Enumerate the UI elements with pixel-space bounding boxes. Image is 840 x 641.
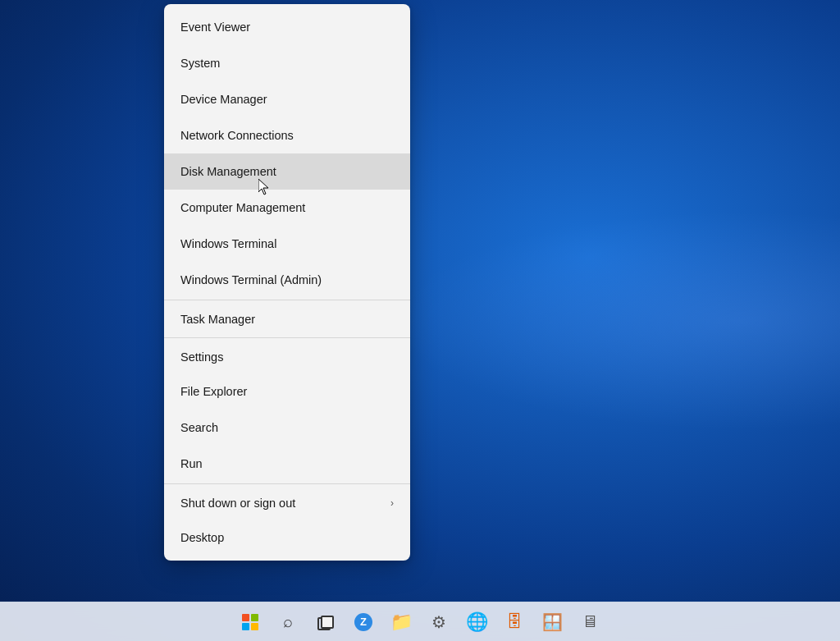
menu-item-label-file-explorer: File Explorer [180, 385, 247, 398]
edge-button[interactable]: 🌐 [459, 604, 495, 640]
task-view-button[interactable] [308, 604, 344, 640]
menu-item-label-network-connections: Network Connections [180, 129, 294, 142]
computer-button[interactable]: 🖥 [572, 604, 608, 640]
menu-item-windows-terminal-admin[interactable]: Windows Terminal (Admin) [164, 262, 410, 298]
file-explorer-button[interactable]: 📁 [383, 604, 419, 640]
edge-icon: 🌐 [466, 611, 488, 633]
gear-icon: ⚙ [431, 612, 446, 632]
task-view-icon [317, 616, 334, 629]
store-icon: 🪟 [542, 612, 563, 632]
menu-item-label-device-manager: Device Manager [180, 93, 267, 106]
store-button[interactable]: 🪟 [534, 604, 570, 640]
menu-item-label-search: Search [180, 421, 218, 434]
start-button[interactable] [232, 604, 268, 640]
menu-item-label-computer-management: Computer Management [180, 201, 305, 214]
menu-item-label-disk-management: Disk Management [180, 165, 276, 178]
zoom-button[interactable]: Z [345, 604, 381, 640]
menu-item-device-manager[interactable]: Device Manager [164, 81, 410, 117]
menu-item-run[interactable]: Run [164, 446, 410, 482]
menu-item-desktop[interactable]: Desktop [164, 520, 410, 556]
search-button[interactable]: ⌕ [270, 604, 306, 640]
menu-item-shut-down[interactable]: Shut down or sign out› [164, 483, 410, 520]
settings-button[interactable]: ⚙ [421, 604, 457, 640]
menu-item-label-task-manager: Task Manager [180, 313, 255, 326]
menu-item-windows-terminal[interactable]: Windows Terminal [164, 226, 410, 262]
menu-item-label-event-viewer: Event Viewer [180, 21, 250, 34]
menu-item-search[interactable]: Search [164, 410, 410, 446]
menu-item-system[interactable]: System [164, 45, 410, 81]
folder-icon: 📁 [390, 611, 413, 633]
menu-item-label-windows-terminal: Windows Terminal [180, 237, 276, 250]
windows-logo-icon [242, 614, 258, 630]
menu-item-label-desktop: Desktop [180, 531, 224, 544]
computer-icon: 🖥 [582, 612, 598, 631]
menu-item-label-system: System [180, 57, 220, 70]
database-icon: 🗄 [506, 612, 523, 631]
menu-item-task-manager[interactable]: Task Manager [164, 300, 410, 336]
menu-item-file-explorer[interactable]: File Explorer [164, 373, 410, 410]
taskbar-icons: ⌕ Z 📁 ⚙ 🌐 🗄 🪟 [232, 604, 608, 640]
menu-item-label-run: Run [180, 457, 203, 470]
menu-item-event-viewer[interactable]: Event Viewer [164, 9, 410, 45]
chevron-right-icon: › [390, 497, 394, 509]
menu-item-computer-management[interactable]: Computer Management [164, 190, 410, 226]
menu-item-label-windows-terminal-admin: Windows Terminal (Admin) [180, 273, 322, 286]
menu-item-network-connections[interactable]: Network Connections [164, 117, 410, 153]
menu-item-disk-management[interactable]: Disk Management [164, 153, 410, 190]
zoom-icon: Z [354, 613, 372, 631]
context-menu: Event ViewerSystemDevice ManagerNetwork … [164, 4, 410, 561]
taskbar: ⌕ Z 📁 ⚙ 🌐 🗄 🪟 [0, 602, 840, 641]
desktop: Event ViewerSystemDevice ManagerNetwork … [0, 0, 840, 641]
menu-item-settings[interactable]: Settings [164, 337, 410, 373]
search-icon: ⌕ [283, 612, 293, 631]
menu-item-label-settings: Settings [180, 350, 223, 364]
menu-item-label-shut-down: Shut down or sign out [180, 497, 295, 510]
database-button[interactable]: 🗄 [496, 604, 532, 640]
